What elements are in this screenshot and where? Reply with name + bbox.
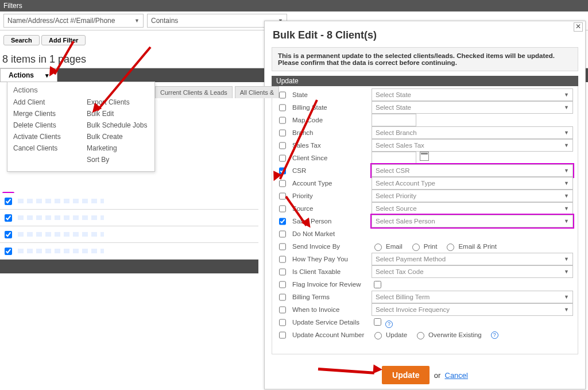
list-item[interactable] xyxy=(0,210,258,226)
dd-value: Select CSR xyxy=(376,167,409,174)
update-service-toggle[interactable] xyxy=(374,318,381,326)
chevron-down-icon: ▼ xyxy=(564,294,569,300)
row-checkbox[interactable] xyxy=(279,192,286,200)
radio-update[interactable]: Update xyxy=(372,330,407,339)
field-label: CSR xyxy=(292,167,367,174)
search-button[interactable]: Search xyxy=(3,35,40,45)
action-marketing[interactable]: Marketing xyxy=(87,142,149,154)
filter-field-combo[interactable]: Name/Address/Acct #/Email/Phone ▼ xyxy=(3,14,144,28)
chevron-down-icon: ▼ xyxy=(564,105,569,110)
action-bulk-edit[interactable]: Bulk Edit xyxy=(87,108,149,119)
update-button[interactable]: Update xyxy=(382,366,430,384)
sales-person-select[interactable]: Select Sales Person▼ xyxy=(372,215,573,227)
action-add-client[interactable]: Add Client xyxy=(13,96,75,108)
action-bulk-schedule[interactable]: Bulk Schedule Jobs xyxy=(87,119,149,131)
dialog-title: Bulk Edit - 8 Client(s) xyxy=(273,29,585,41)
row-checkbox[interactable] xyxy=(279,142,286,149)
payment-method-select[interactable]: Select Payment Method▼ xyxy=(372,253,573,265)
row-checkbox[interactable] xyxy=(279,91,286,99)
cancel-link[interactable]: Cancel xyxy=(445,371,468,380)
dd-value: Select Account Type xyxy=(376,180,435,187)
row-checkbox[interactable] xyxy=(5,214,12,222)
actions-menu-button[interactable]: Actions ▾ xyxy=(0,68,57,82)
tab-current-clients[interactable]: Current Clients & Leads xyxy=(155,86,233,98)
row-checkbox[interactable] xyxy=(279,294,286,301)
field-label: Send Invoice By xyxy=(292,243,367,250)
bulk-edit-dialog: ✕ Bulk Edit - 8 Client(s) This is a perm… xyxy=(264,21,586,389)
row-checkbox[interactable] xyxy=(279,306,286,314)
field-label: Billing Terms xyxy=(292,294,367,300)
action-merge-clients[interactable]: Merge Clients xyxy=(13,108,75,119)
actions-dropdown: Actions Add Client Merge Clients Delete … xyxy=(7,82,155,172)
tax-code-select[interactable]: Select Tax Code▼ xyxy=(372,265,573,278)
field-label: Map Code xyxy=(292,117,367,123)
row-checkbox[interactable] xyxy=(279,243,286,250)
chevron-down-icon: ▼ xyxy=(564,269,569,275)
help-icon[interactable]: ? xyxy=(385,321,393,328)
help-icon[interactable]: ? xyxy=(491,331,498,339)
row-checkbox[interactable] xyxy=(279,129,286,137)
row-checkbox[interactable] xyxy=(279,167,286,175)
row-checkbox[interactable] xyxy=(279,205,286,213)
billing-state-select[interactable]: Select State▼ xyxy=(372,101,573,114)
row-checkbox[interactable] xyxy=(279,331,286,339)
row-checkbox[interactable] xyxy=(279,180,286,187)
add-filter-button[interactable]: Add Filter xyxy=(41,35,86,45)
row-checkbox[interactable] xyxy=(279,117,286,124)
row-checkbox[interactable] xyxy=(5,231,12,238)
update-section-header: Update xyxy=(272,76,578,86)
bulk-edit-form: State Select State▼ Billing State Select… xyxy=(272,86,578,354)
row-checkbox[interactable] xyxy=(279,281,286,288)
field-label: Sales Person xyxy=(292,218,367,225)
dd-value: Select Sales Tax xyxy=(376,142,424,149)
footer-or: or xyxy=(434,371,441,380)
client-since-input[interactable] xyxy=(372,152,416,164)
list-item[interactable] xyxy=(0,226,258,243)
branch-select[interactable]: Select Branch▼ xyxy=(372,126,573,139)
source-select[interactable]: Select Source▼ xyxy=(372,202,573,215)
close-icon[interactable]: ✕ xyxy=(574,22,583,32)
row-checkbox[interactable] xyxy=(279,155,286,162)
priority-select[interactable]: Select Priority▼ xyxy=(372,190,573,202)
row-checkbox[interactable] xyxy=(279,268,286,276)
chevron-down-icon: ▼ xyxy=(564,142,569,148)
row-checkbox[interactable] xyxy=(5,198,12,205)
billing-terms-select[interactable]: Select Billing Term▼ xyxy=(372,291,573,303)
chevron-down-icon: ▼ xyxy=(564,206,569,211)
action-delete-clients[interactable]: Delete Clients xyxy=(13,119,75,131)
chevron-down-icon: ▼ xyxy=(564,180,569,186)
radio-print[interactable]: Print xyxy=(409,242,438,251)
action-bulk-create[interactable]: Bulk Create xyxy=(87,131,149,142)
radio-overwrite[interactable]: Overwrite Existing xyxy=(414,330,482,339)
csr-select[interactable]: Select CSR▼ xyxy=(372,164,573,177)
field-label: Branch xyxy=(292,129,367,136)
account-type-select[interactable]: Select Account Type▼ xyxy=(372,177,573,190)
sales-tax-select[interactable]: Select Sales Tax▼ xyxy=(372,139,573,152)
map-code-input[interactable] xyxy=(372,114,416,126)
row-checkbox[interactable] xyxy=(279,319,286,326)
calendar-icon[interactable] xyxy=(420,152,429,161)
row-checkbox[interactable] xyxy=(279,256,286,263)
action-export-clients[interactable]: Export Clients xyxy=(87,96,149,108)
action-activate-clients[interactable]: Activate Clients xyxy=(13,131,75,142)
state-select[interactable]: Select State▼ xyxy=(372,88,573,101)
row-checkbox[interactable] xyxy=(5,248,12,255)
row-checkbox[interactable] xyxy=(279,230,286,238)
row-checkbox[interactable] xyxy=(279,218,286,225)
action-sort-by[interactable]: Sort By xyxy=(87,154,149,165)
flag-invoice-toggle[interactable] xyxy=(374,281,381,288)
field-label: Source xyxy=(292,205,367,212)
row-checkbox[interactable] xyxy=(279,104,286,111)
action-cancel-clients[interactable]: Cancel Clients xyxy=(13,142,75,154)
list-item[interactable] xyxy=(0,243,258,260)
radio-email[interactable]: Email xyxy=(372,242,403,251)
tab-all-clients[interactable]: All Clients & xyxy=(235,86,279,98)
field-label: Flag Invoice for Review xyxy=(292,281,367,288)
list-item[interactable] xyxy=(0,193,258,210)
dd-value: Select Sales Person xyxy=(376,218,435,225)
radio-email-print[interactable]: Email & Print xyxy=(444,242,496,251)
client-tabs: Current Clients & Leads All Clients & xyxy=(155,86,279,98)
invoice-frequency-select[interactable]: Select Invoice Frequency▼ xyxy=(372,303,573,316)
row-content xyxy=(18,249,104,253)
chevron-down-icon: ▼ xyxy=(564,256,569,262)
